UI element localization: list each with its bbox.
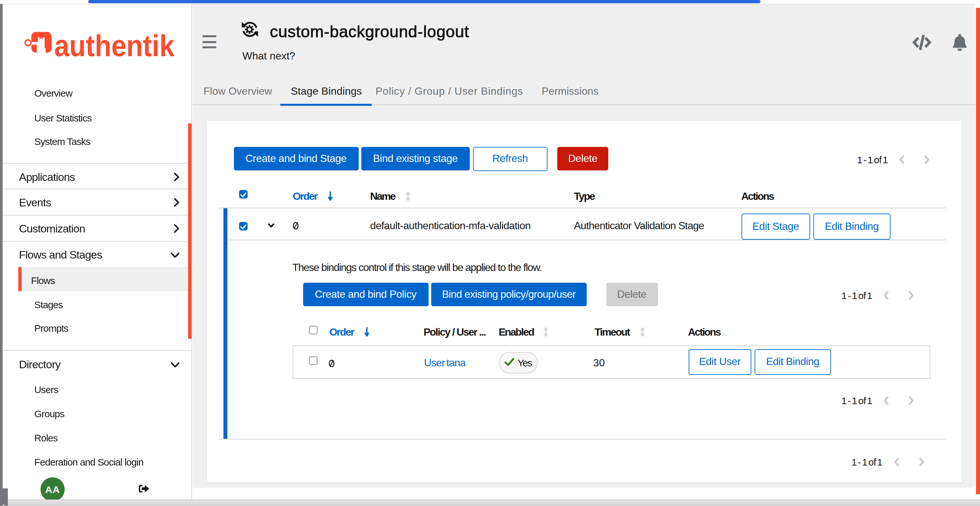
svg-text:authentik: authentik [54,29,175,62]
